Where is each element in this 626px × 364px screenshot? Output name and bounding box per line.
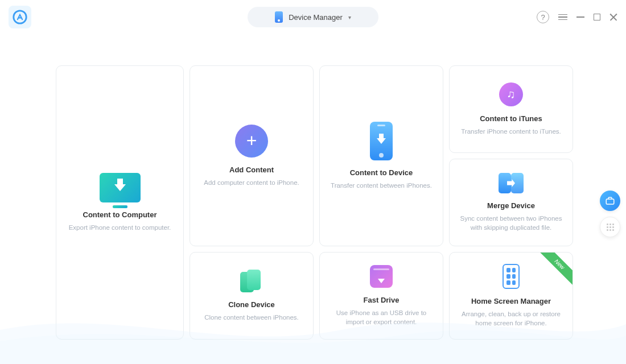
card-title: Home Screen Manager	[471, 297, 551, 305]
card-title: Content to Device	[350, 168, 413, 177]
minimize-button[interactable]	[576, 16, 584, 18]
main-content: Content to Computer Export iPhone conten…	[0, 34, 626, 340]
device-selector-label: Device Manager	[289, 13, 343, 22]
card-add-content[interactable]: + Add Content Add computer content to iP…	[190, 65, 314, 246]
card-content-to-device[interactable]: Content to Device Transfer content betwe…	[319, 65, 443, 246]
window-controls: ?	[537, 11, 617, 23]
card-content-to-itunes[interactable]: ♫ Content to iTunes Transfer iPhone cont…	[449, 65, 573, 153]
card-merge-device[interactable]: Merge Device Sync content between two iP…	[449, 159, 573, 246]
chevron-down-icon: ▾	[348, 14, 351, 20]
phone-icon	[275, 11, 283, 23]
help-button[interactable]: ?	[537, 11, 549, 23]
plus-circle-icon: +	[235, 125, 268, 158]
menu-button[interactable]	[558, 14, 567, 20]
card-desc: Sync content between two iPhones with sk…	[456, 214, 566, 232]
card-desc: Transfer content between iPhones.	[331, 181, 432, 190]
side-tab-toolbox[interactable]	[600, 191, 620, 211]
card-desc: Export iPhone content to computer.	[69, 223, 171, 232]
maximize-button[interactable]	[594, 14, 600, 20]
svg-rect-1	[606, 199, 614, 204]
merge-phones-icon	[499, 173, 524, 193]
card-title: Merge Device	[487, 201, 535, 210]
side-tab-grid[interactable]	[600, 217, 620, 237]
card-title: Clone Device	[228, 300, 275, 309]
device-selector[interactable]: Device Manager ▾	[248, 7, 378, 27]
card-title: Fast Drive	[364, 296, 400, 304]
card-desc: Clone content between iPhones.	[204, 313, 299, 322]
card-desc: Add computer content to iPhone.	[204, 178, 299, 187]
titlebar: Device Manager ▾ ?	[0, 0, 626, 34]
card-clone-device[interactable]: Clone Device Clone content between iPhon…	[190, 252, 314, 340]
app-logo	[9, 6, 31, 28]
close-button[interactable]	[609, 13, 617, 21]
svg-point-0	[14, 11, 26, 23]
disk-icon	[370, 265, 393, 288]
monitor-download-icon	[100, 173, 141, 202]
card-title: Content to iTunes	[480, 114, 542, 123]
card-title: Add Content	[229, 166, 274, 174]
home-screen-icon	[503, 264, 520, 289]
card-home-screen-manager[interactable]: New Home Screen Manager Arrange, clean, …	[449, 252, 573, 340]
music-circle-icon: ♫	[499, 82, 523, 106]
card-desc: Transfer iPhone content to iTunes.	[461, 127, 561, 136]
card-desc: Arrange, clean, back up or restore home …	[456, 309, 566, 328]
new-badge: New	[538, 253, 573, 287]
card-title: Content to Computer	[83, 210, 157, 219]
clone-phones-icon	[240, 270, 263, 292]
card-content-to-computer[interactable]: Content to Computer Export iPhone conten…	[56, 65, 184, 340]
phone-download-icon	[370, 122, 393, 160]
side-tabs	[600, 191, 626, 237]
card-desc: Use iPhone as an USB drive to import or …	[327, 308, 436, 326]
card-fast-drive[interactable]: Fast Drive Use iPhone as an USB drive to…	[319, 252, 443, 340]
